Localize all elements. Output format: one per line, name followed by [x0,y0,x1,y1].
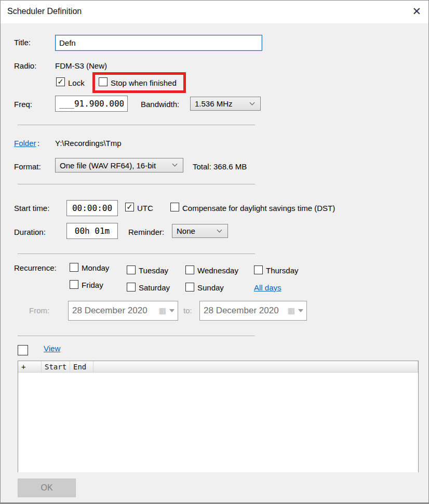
recurrence-label: Recurrence: [14,263,57,272]
chevron-down-icon [217,227,222,232]
bandwidth-label: Bandwidth: [141,100,179,109]
total-size: Total: 368.6 MB [193,162,247,171]
from-date-value: 28 December 2020 [72,306,148,316]
stop-when-finished-checkbox[interactable] [99,77,108,86]
sunday-label: Sunday [197,283,224,292]
dst-label: Compensate for daylight savings time (DS… [182,204,335,213]
chevron-down-icon [172,162,178,167]
friday-checkbox[interactable] [70,280,78,289]
to-label: to: [183,306,192,315]
format-label: Format: [14,162,41,171]
column-header-start: Start [42,361,70,372]
thursday-checkbox[interactable] [254,266,263,274]
titlebar: Scheduler Definition ✕ [1,1,428,23]
reminder-value: None [177,227,195,235]
dropdown-arrow-icon [298,309,303,312]
separator [18,254,255,255]
duration-label: Duration: [14,228,46,236]
separator [18,184,255,185]
freq-label: Freq: [14,100,32,109]
stop-when-finished-label: Stop when finished [111,78,177,87]
lock-label: Lock [68,78,85,87]
scheduler-definition-dialog: Scheduler Definition ✕ Title: Radio: FDM… [0,0,429,504]
saturday-checkbox[interactable] [127,283,136,291]
format-select[interactable]: One file (WAV RF64), 16-bit [55,158,183,173]
folder-path: Y:\Recordings\Tmp [55,139,122,148]
start-time-label: Start time: [14,204,49,213]
format-value: One file (WAV RF64), 16-bit [60,161,156,170]
folder-colon: : [37,139,39,148]
from-label: From: [29,306,49,315]
view-link[interactable]: View [44,344,60,353]
from-date-picker[interactable]: 28 December 2020 ▦ [68,301,178,321]
bandwidth-value: 1.536 MHz [195,99,233,108]
radio-label: Radio: [14,61,36,70]
schedule-table-header: + Start End [18,361,418,373]
dropdown-arrow-icon [169,309,175,312]
to-date-picker[interactable]: 28 December 2020 ▦ [199,301,307,321]
title-input[interactable] [55,35,262,51]
tuesday-label: Tuesday [139,266,168,275]
chevron-down-icon [250,100,255,105]
folder-link[interactable]: Folder [14,139,36,148]
view-checkbox[interactable] [18,345,28,355]
utc-label: UTC [137,204,153,213]
dst-checkbox[interactable] [170,203,179,211]
close-icon[interactable]: ✕ [412,5,421,18]
calendar-icon: ▦ [288,306,295,315]
wednesday-label: Wednesday [197,266,238,275]
dialog-title: Scheduler Definition [7,7,82,16]
calendar-icon: ▦ [159,306,166,315]
separator [18,336,255,337]
thursday-label: Thursday [266,266,299,275]
tuesday-checkbox[interactable] [127,266,136,274]
column-header-add[interactable]: + [18,361,42,372]
column-header-filler [93,361,418,372]
separator [18,125,255,126]
duration-input[interactable] [66,223,118,239]
all-days-link[interactable]: All days [254,283,281,292]
sunday-checkbox[interactable] [185,283,194,291]
to-date-value: 28 December 2020 [204,306,279,316]
monday-label: Monday [82,263,109,272]
bandwidth-select[interactable]: 1.536 MHz [190,97,261,111]
wednesday-checkbox[interactable] [185,266,194,274]
schedule-table-body[interactable] [18,373,418,472]
check-icon: ✓ [57,77,64,85]
title-label: Title: [14,38,31,47]
reminder-label: Reminder: [128,228,164,236]
radio-value: FDM-S3 (New) [55,61,107,70]
ok-button[interactable]: OK [18,479,76,497]
reminder-select[interactable]: None [172,224,228,238]
friday-label: Friday [82,281,103,289]
start-time-input[interactable] [66,200,118,216]
monday-checkbox[interactable] [70,263,78,272]
column-header-end: End [70,361,93,372]
check-icon: ✓ [126,203,133,210]
lock-checkbox[interactable]: ✓ [56,77,65,86]
utc-checkbox[interactable]: ✓ [125,203,134,211]
freq-input[interactable] [55,96,128,112]
schedule-table: + Start End [18,361,419,472]
saturday-label: Saturday [139,283,170,292]
